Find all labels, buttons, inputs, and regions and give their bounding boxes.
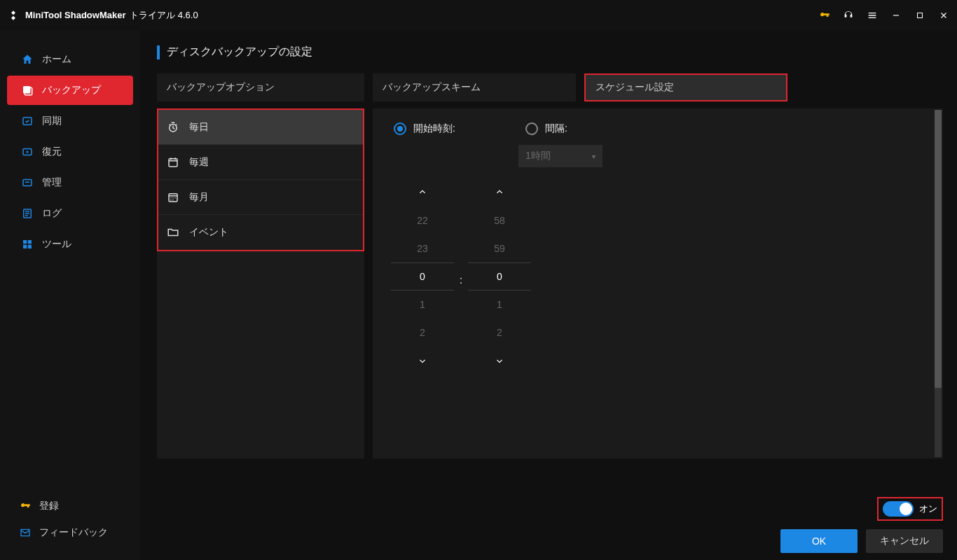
tab-label: バックアップスキーム	[383, 81, 481, 94]
sidebar-feedback-label: フィードバック	[39, 526, 108, 539]
folder-icon	[167, 226, 179, 239]
sidebar-item-label: バックアップ	[42, 84, 101, 97]
cancel-button[interactable]: キャンセル	[866, 529, 943, 553]
calendar-month-icon	[167, 191, 179, 204]
wheel-value[interactable]: 23	[391, 234, 454, 262]
sidebar-item-backup[interactable]: バックアップ	[7, 76, 133, 105]
minute-wheel[interactable]: 58 59 0 1 2	[468, 181, 531, 372]
wheel-value-current[interactable]: 0	[391, 262, 454, 290]
frequency-label: イベント	[189, 226, 228, 239]
mail-icon	[20, 527, 31, 538]
svg-point-18	[172, 197, 174, 199]
hour-wheel[interactable]: 22 23 0 1 2	[391, 181, 454, 372]
backup-icon	[21, 84, 34, 97]
sidebar-item-home[interactable]: ホーム	[7, 45, 133, 74]
close-icon[interactable]	[937, 9, 950, 22]
chevron-down-icon[interactable]	[391, 351, 454, 372]
svg-rect-1	[918, 13, 923, 18]
interval-select: 1時間 ▾	[518, 145, 603, 167]
scrollbar[interactable]	[935, 110, 942, 457]
wheel-value[interactable]: 58	[468, 206, 531, 234]
ok-button[interactable]: OK	[780, 529, 858, 553]
shell: ホーム バックアップ 同期 復元	[0, 31, 957, 560]
schedule-toggle[interactable]	[883, 501, 914, 517]
radio-interval[interactable]: 間隔:	[525, 122, 567, 135]
radio-start-time[interactable]: 開始時刻:	[394, 122, 455, 135]
frequency-panel: 毎日 毎週 毎月	[157, 108, 364, 458]
restore-icon	[21, 146, 34, 158]
svg-point-17	[170, 197, 172, 199]
wheel-value[interactable]: 2	[391, 318, 454, 346]
svg-point-19	[174, 197, 176, 199]
minimize-icon[interactable]	[890, 9, 902, 22]
svg-rect-13	[28, 245, 32, 248]
sidebar-item-label: ホーム	[42, 53, 71, 66]
minute-items: 58 59 0 1 2	[468, 202, 531, 351]
svg-rect-15	[169, 158, 177, 166]
sidebar: ホーム バックアップ 同期 復元	[0, 31, 140, 560]
toggle-label: オン	[919, 503, 937, 515]
svg-point-20	[170, 200, 172, 201]
tab-backup-scheme[interactable]: バックアップスキーム	[373, 74, 576, 102]
sidebar-item-manage[interactable]: 管理	[7, 168, 133, 197]
svg-rect-8	[25, 182, 29, 183]
svg-point-21	[172, 200, 174, 201]
wheel-value[interactable]: 59	[468, 234, 531, 262]
wheel-value[interactable]: 1	[468, 290, 531, 318]
app-title: MiniTool ShadowMaker トライアル 4.6.0	[25, 9, 198, 22]
app-name: MiniTool ShadowMaker	[25, 10, 126, 20]
sidebar-register[interactable]: 登録	[0, 493, 140, 519]
sidebar-item-sync[interactable]: 同期	[7, 106, 133, 136]
title-accent-bar	[157, 46, 160, 59]
tab-label: バックアップオプション	[167, 81, 275, 94]
headset-icon[interactable]	[842, 9, 855, 22]
svg-rect-10	[23, 240, 27, 244]
titlebar-left: MiniTool ShadowMaker トライアル 4.6.0	[7, 9, 198, 22]
sidebar-item-label: ツール	[42, 238, 71, 251]
chevron-up-icon[interactable]	[468, 181, 531, 202]
frequency-weekly[interactable]: 毎週	[158, 145, 363, 180]
sidebar-item-label: 同期	[42, 115, 62, 127]
scrollbar-thumb[interactable]	[935, 110, 942, 388]
frequency-event[interactable]: イベント	[158, 215, 363, 250]
sidebar-register-label: 登録	[39, 500, 59, 512]
sidebar-item-log[interactable]: ログ	[7, 199, 133, 228]
sidebar-feedback[interactable]: フィードバック	[0, 519, 140, 546]
tab-backup-options[interactable]: バックアップオプション	[157, 74, 364, 102]
hour-items: 22 23 0 1 2	[391, 202, 454, 351]
interval-select-label: 1時間	[525, 150, 551, 162]
content-row: 毎日 毎週 毎月	[157, 108, 943, 458]
svg-point-6	[27, 151, 29, 153]
sidebar-item-label: ログ	[42, 207, 62, 220]
sidebar-item-restore[interactable]: 復元	[7, 137, 133, 167]
sidebar-item-label: 管理	[42, 176, 62, 189]
tab-schedule-settings[interactable]: スケジュール設定	[584, 74, 787, 102]
button-label: キャンセル	[880, 535, 929, 547]
key-icon	[20, 500, 31, 512]
sidebar-item-tools[interactable]: ツール	[7, 230, 133, 259]
frequency-monthly[interactable]: 毎月	[158, 180, 363, 215]
wheel-value[interactable]: 1	[391, 290, 454, 318]
tab-label: スケジュール設定	[595, 81, 674, 94]
radio-row: 開始時刻: 間隔:	[394, 122, 922, 135]
radio-label: 開始時刻:	[413, 122, 455, 135]
app-edition: トライアル 4.6.0	[130, 10, 198, 20]
button-row: OK キャンセル	[780, 529, 943, 553]
menu-icon[interactable]	[866, 9, 879, 22]
frequency-label: 毎日	[189, 121, 209, 134]
frequency-group: 毎日 毎週 毎月	[157, 108, 364, 251]
chevron-up-icon[interactable]	[391, 181, 454, 202]
footer: オン OK キャンセル	[157, 490, 943, 553]
svg-rect-12	[23, 245, 27, 248]
frequency-daily[interactable]: 毎日	[158, 110, 363, 145]
chevron-down-icon[interactable]	[468, 351, 531, 372]
home-icon	[21, 53, 34, 66]
wheel-value-current[interactable]: 0	[468, 262, 531, 290]
tools-icon	[21, 238, 34, 251]
maximize-icon[interactable]	[914, 9, 926, 22]
wheel-value[interactable]: 2	[468, 318, 531, 346]
radio-label: 間隔:	[545, 122, 567, 135]
wheel-value[interactable]: 22	[391, 206, 454, 234]
radio-icon	[394, 122, 406, 135]
key-icon[interactable]	[818, 9, 831, 22]
